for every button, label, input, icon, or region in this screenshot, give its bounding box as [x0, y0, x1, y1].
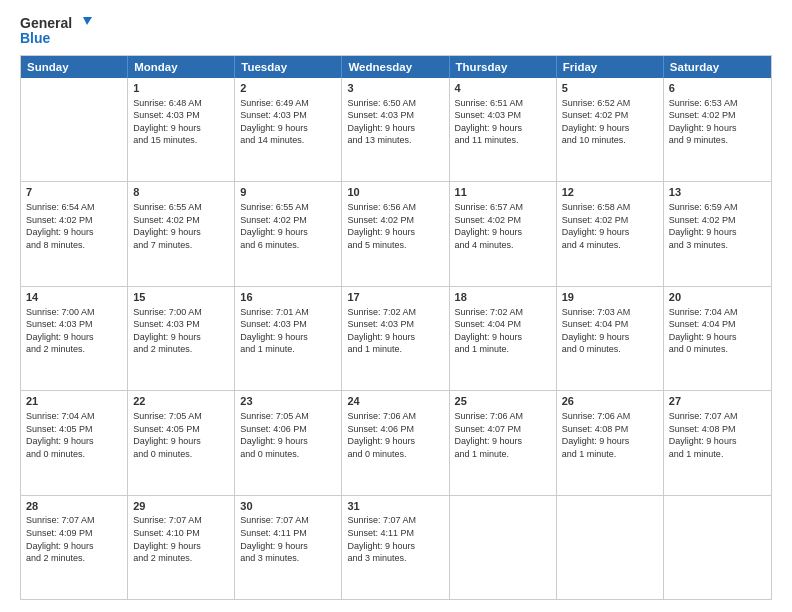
day-number: 13	[669, 185, 766, 200]
calendar-cell: 27Sunrise: 7:07 AM Sunset: 4:08 PM Dayli…	[664, 391, 771, 494]
cell-info: Sunrise: 7:02 AM Sunset: 4:03 PM Dayligh…	[347, 306, 443, 356]
day-number: 5	[562, 81, 658, 96]
cell-info: Sunrise: 7:00 AM Sunset: 4:03 PM Dayligh…	[26, 306, 122, 356]
calendar-cell: 2Sunrise: 6:49 AM Sunset: 4:03 PM Daylig…	[235, 78, 342, 181]
day-number: 14	[26, 290, 122, 305]
day-number: 15	[133, 290, 229, 305]
day-number: 24	[347, 394, 443, 409]
calendar-cell: 9Sunrise: 6:55 AM Sunset: 4:02 PM Daylig…	[235, 182, 342, 285]
calendar-body: 1Sunrise: 6:48 AM Sunset: 4:03 PM Daylig…	[21, 78, 771, 599]
calendar-cell: 12Sunrise: 6:58 AM Sunset: 4:02 PM Dayli…	[557, 182, 664, 285]
cell-info: Sunrise: 6:58 AM Sunset: 4:02 PM Dayligh…	[562, 201, 658, 251]
cell-info: Sunrise: 7:07 AM Sunset: 4:09 PM Dayligh…	[26, 514, 122, 564]
cell-info: Sunrise: 6:50 AM Sunset: 4:03 PM Dayligh…	[347, 97, 443, 147]
calendar-cell: 16Sunrise: 7:01 AM Sunset: 4:03 PM Dayli…	[235, 287, 342, 390]
day-number: 1	[133, 81, 229, 96]
cell-info: Sunrise: 7:01 AM Sunset: 4:03 PM Dayligh…	[240, 306, 336, 356]
calendar-cell: 15Sunrise: 7:00 AM Sunset: 4:03 PM Dayli…	[128, 287, 235, 390]
header: General Blue	[20, 16, 772, 47]
calendar-cell: 24Sunrise: 7:06 AM Sunset: 4:06 PM Dayli…	[342, 391, 449, 494]
cell-info: Sunrise: 7:07 AM Sunset: 4:11 PM Dayligh…	[347, 514, 443, 564]
cell-info: Sunrise: 6:54 AM Sunset: 4:02 PM Dayligh…	[26, 201, 122, 251]
day-number: 12	[562, 185, 658, 200]
calendar-cell	[21, 78, 128, 181]
cell-info: Sunrise: 6:49 AM Sunset: 4:03 PM Dayligh…	[240, 97, 336, 147]
cell-info: Sunrise: 7:02 AM Sunset: 4:04 PM Dayligh…	[455, 306, 551, 356]
calendar-week-5: 28Sunrise: 7:07 AM Sunset: 4:09 PM Dayli…	[21, 495, 771, 599]
logo-blue: Blue	[20, 31, 92, 46]
calendar-cell: 8Sunrise: 6:55 AM Sunset: 4:02 PM Daylig…	[128, 182, 235, 285]
header-day-sunday: Sunday	[21, 56, 128, 78]
calendar-week-4: 21Sunrise: 7:04 AM Sunset: 4:05 PM Dayli…	[21, 390, 771, 494]
calendar-cell	[664, 496, 771, 599]
cell-info: Sunrise: 7:05 AM Sunset: 4:05 PM Dayligh…	[133, 410, 229, 460]
header-day-thursday: Thursday	[450, 56, 557, 78]
day-number: 19	[562, 290, 658, 305]
cell-info: Sunrise: 7:04 AM Sunset: 4:04 PM Dayligh…	[669, 306, 766, 356]
day-number: 27	[669, 394, 766, 409]
header-day-tuesday: Tuesday	[235, 56, 342, 78]
logo-general: General	[20, 16, 72, 31]
day-number: 3	[347, 81, 443, 96]
cell-info: Sunrise: 7:05 AM Sunset: 4:06 PM Dayligh…	[240, 410, 336, 460]
calendar-cell: 1Sunrise: 6:48 AM Sunset: 4:03 PM Daylig…	[128, 78, 235, 181]
cell-info: Sunrise: 7:06 AM Sunset: 4:07 PM Dayligh…	[455, 410, 551, 460]
header-day-monday: Monday	[128, 56, 235, 78]
cell-info: Sunrise: 7:03 AM Sunset: 4:04 PM Dayligh…	[562, 306, 658, 356]
calendar-cell	[450, 496, 557, 599]
day-number: 28	[26, 499, 122, 514]
cell-info: Sunrise: 6:59 AM Sunset: 4:02 PM Dayligh…	[669, 201, 766, 251]
day-number: 2	[240, 81, 336, 96]
calendar-cell	[557, 496, 664, 599]
calendar-cell: 5Sunrise: 6:52 AM Sunset: 4:02 PM Daylig…	[557, 78, 664, 181]
calendar-cell: 4Sunrise: 6:51 AM Sunset: 4:03 PM Daylig…	[450, 78, 557, 181]
day-number: 8	[133, 185, 229, 200]
day-number: 23	[240, 394, 336, 409]
cell-info: Sunrise: 6:48 AM Sunset: 4:03 PM Dayligh…	[133, 97, 229, 147]
day-number: 4	[455, 81, 551, 96]
day-number: 30	[240, 499, 336, 514]
day-number: 20	[669, 290, 766, 305]
calendar-cell: 29Sunrise: 7:07 AM Sunset: 4:10 PM Dayli…	[128, 496, 235, 599]
logo-container: General Blue	[20, 16, 92, 47]
calendar-cell: 25Sunrise: 7:06 AM Sunset: 4:07 PM Dayli…	[450, 391, 557, 494]
day-number: 9	[240, 185, 336, 200]
day-number: 11	[455, 185, 551, 200]
calendar-cell: 28Sunrise: 7:07 AM Sunset: 4:09 PM Dayli…	[21, 496, 128, 599]
calendar: SundayMondayTuesdayWednesdayThursdayFrid…	[20, 55, 772, 600]
day-number: 26	[562, 394, 658, 409]
calendar-cell: 19Sunrise: 7:03 AM Sunset: 4:04 PM Dayli…	[557, 287, 664, 390]
day-number: 6	[669, 81, 766, 96]
calendar-cell: 3Sunrise: 6:50 AM Sunset: 4:03 PM Daylig…	[342, 78, 449, 181]
calendar-cell: 7Sunrise: 6:54 AM Sunset: 4:02 PM Daylig…	[21, 182, 128, 285]
calendar-cell: 23Sunrise: 7:05 AM Sunset: 4:06 PM Dayli…	[235, 391, 342, 494]
cell-info: Sunrise: 6:55 AM Sunset: 4:02 PM Dayligh…	[240, 201, 336, 251]
day-number: 18	[455, 290, 551, 305]
header-day-friday: Friday	[557, 56, 664, 78]
cell-info: Sunrise: 7:07 AM Sunset: 4:11 PM Dayligh…	[240, 514, 336, 564]
calendar-week-2: 7Sunrise: 6:54 AM Sunset: 4:02 PM Daylig…	[21, 181, 771, 285]
cell-info: Sunrise: 6:53 AM Sunset: 4:02 PM Dayligh…	[669, 97, 766, 147]
cell-info: Sunrise: 7:06 AM Sunset: 4:08 PM Dayligh…	[562, 410, 658, 460]
cell-info: Sunrise: 6:51 AM Sunset: 4:03 PM Dayligh…	[455, 97, 551, 147]
cell-info: Sunrise: 7:04 AM Sunset: 4:05 PM Dayligh…	[26, 410, 122, 460]
day-number: 25	[455, 394, 551, 409]
day-number: 7	[26, 185, 122, 200]
day-number: 16	[240, 290, 336, 305]
calendar-cell: 14Sunrise: 7:00 AM Sunset: 4:03 PM Dayli…	[21, 287, 128, 390]
calendar-cell: 11Sunrise: 6:57 AM Sunset: 4:02 PM Dayli…	[450, 182, 557, 285]
logo-bird-icon	[74, 17, 92, 31]
header-day-saturday: Saturday	[664, 56, 771, 78]
cell-info: Sunrise: 7:07 AM Sunset: 4:10 PM Dayligh…	[133, 514, 229, 564]
cell-info: Sunrise: 7:06 AM Sunset: 4:06 PM Dayligh…	[347, 410, 443, 460]
cell-info: Sunrise: 6:52 AM Sunset: 4:02 PM Dayligh…	[562, 97, 658, 147]
calendar-week-1: 1Sunrise: 6:48 AM Sunset: 4:03 PM Daylig…	[21, 78, 771, 181]
day-number: 10	[347, 185, 443, 200]
calendar-cell: 31Sunrise: 7:07 AM Sunset: 4:11 PM Dayli…	[342, 496, 449, 599]
header-day-wednesday: Wednesday	[342, 56, 449, 78]
calendar-cell: 10Sunrise: 6:56 AM Sunset: 4:02 PM Dayli…	[342, 182, 449, 285]
calendar-cell: 26Sunrise: 7:06 AM Sunset: 4:08 PM Dayli…	[557, 391, 664, 494]
cell-info: Sunrise: 6:55 AM Sunset: 4:02 PM Dayligh…	[133, 201, 229, 251]
day-number: 21	[26, 394, 122, 409]
calendar-cell: 30Sunrise: 7:07 AM Sunset: 4:11 PM Dayli…	[235, 496, 342, 599]
